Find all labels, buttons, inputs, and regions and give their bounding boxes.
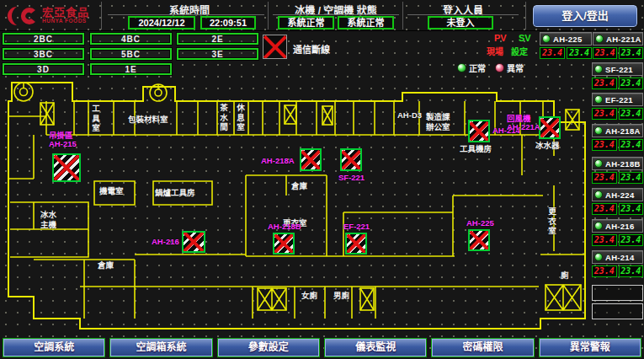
sv-value: 23.4 xyxy=(619,139,644,151)
status-led-icon xyxy=(595,35,604,43)
floorplan-map: 工具室包裝材料室茶水間休息室AH-D3製造課辦公室工具機房冰水器機電室鍋爐工具房… xyxy=(0,76,589,335)
pv-value: 23.4 xyxy=(592,265,617,277)
brand-mark-icon xyxy=(5,3,39,29)
device-label-AH-218A: AH-218A xyxy=(261,157,295,165)
nav-button-密碼權限[interactable]: 密碼權限 xyxy=(431,338,534,357)
unit-button-AH-225[interactable]: AH-225 xyxy=(540,32,592,46)
unit-label: AH-225 xyxy=(553,35,583,44)
status-led-icon xyxy=(594,222,603,230)
zone-button-1E[interactable]: 1E xyxy=(90,63,172,75)
device-commfail-AH-225[interactable] xyxy=(468,229,490,251)
system-clock-value: 22:09:51 xyxy=(200,16,256,29)
sv-value: 23.4 xyxy=(619,47,643,59)
unit-button-AH-216[interactable]: AH-216 xyxy=(592,219,643,233)
login-logout-button[interactable]: 登入/登出 xyxy=(533,5,637,27)
bottom-nav-bar: 空調系統空調箱系統參數設定儀表監視密碼權限異常警報 xyxy=(0,336,644,359)
device-commfail-AH-214[interactable] xyxy=(468,120,490,142)
room-label: 倉庫 xyxy=(98,261,114,270)
pv-value: 23.4 xyxy=(592,78,617,89)
unit-values-AH-225: 23.423.4 xyxy=(540,47,592,59)
unit-label: AH-216 xyxy=(605,222,635,231)
device-label-AH-215: 吊掛區AH-215 xyxy=(49,131,77,149)
pv-name-label: 現場 xyxy=(487,45,503,57)
unit-label: SF-221 xyxy=(605,65,633,74)
unit-button-EF-221[interactable]: EF-221 xyxy=(592,93,643,106)
device-label-SF-221: SF-221 xyxy=(338,174,365,182)
ahu-status-value: 系統正常 xyxy=(338,16,394,29)
abnormal-led-icon xyxy=(495,63,504,72)
normal-led-icon xyxy=(457,63,466,72)
unit-values-SF-221: 23.423.4 xyxy=(592,78,643,89)
room-label: 更衣室 xyxy=(547,207,556,237)
brand-name-en: HUNYA FOODS xyxy=(42,19,89,24)
zone-button-3D[interactable]: 3D xyxy=(3,63,84,75)
pv-value: 23.4 xyxy=(540,47,565,59)
unit-values-AH-218A: 23.423.4 xyxy=(592,139,643,151)
unit-values-AH-221A: 23.423.4 xyxy=(593,47,643,59)
legend-abnormal-label: 異常 xyxy=(507,62,524,74)
zone-button-2E[interactable]: 2E xyxy=(177,33,258,45)
zone-button-5BC[interactable]: 5BC xyxy=(90,48,172,60)
sv-header: SV xyxy=(519,33,531,43)
empty-unit-slot xyxy=(592,303,643,319)
zone-button-3BC[interactable]: 3BC xyxy=(3,48,84,60)
unit-button-AH-218B[interactable]: AH-218B xyxy=(592,157,643,170)
status-led-icon xyxy=(594,65,603,73)
device-label-AH-225: AH-225 xyxy=(466,219,494,228)
zone-button-3E[interactable]: 3E xyxy=(177,48,258,60)
sv-value: 23.4 xyxy=(619,265,644,277)
room-label: 女廁 xyxy=(301,292,317,300)
unit-label: AH-214 xyxy=(605,253,635,262)
unit-button-AH-224[interactable]: AH-224 xyxy=(592,188,643,201)
device-commfail-SF-221[interactable] xyxy=(340,148,362,171)
nav-button-異常警報[interactable]: 異常警報 xyxy=(539,338,641,357)
room-label: 鍋爐工具房 xyxy=(155,189,195,197)
sv-value: 23.4 xyxy=(619,108,644,120)
room-label: 機電室 xyxy=(99,187,124,196)
room-label: 工具機房 xyxy=(460,145,492,153)
sv-value: 23.4 xyxy=(619,172,644,184)
nav-button-參數設定[interactable]: 參數設定 xyxy=(217,338,320,357)
status-led-icon xyxy=(594,159,603,168)
room-label: 冰水器 xyxy=(535,142,560,150)
unit-values-AH-218B: 23.423.4 xyxy=(592,172,643,184)
login-user-value: 未登入 xyxy=(428,16,493,29)
pv-value: 23.4 xyxy=(592,108,617,120)
pv-value: 23.4 xyxy=(592,172,617,184)
zone-button-2BC[interactable]: 2BC xyxy=(3,33,84,45)
device-commfail-AH-215[interactable] xyxy=(52,153,81,182)
device-commfail-AH-216[interactable] xyxy=(182,231,205,253)
floorplan-overlay: 工具室包裝材料室茶水間休息室AH-D3製造課辦公室工具機房冰水器機電室鍋爐工具房… xyxy=(0,76,589,335)
pv-value: 23.4 xyxy=(592,203,617,215)
unit-label: AH-218B xyxy=(605,159,641,169)
room-label: 廁 xyxy=(561,271,569,280)
device-commfail-AH-221A[interactable] xyxy=(539,116,561,139)
chiller-status-value: 系統正常 xyxy=(278,16,334,29)
unit-label: AH-218A xyxy=(605,126,641,136)
room-label: 休息室 xyxy=(236,104,244,133)
unit-button-AH-218A[interactable]: AH-218A xyxy=(592,124,643,137)
unit-button-AH-214[interactable]: AH-214 xyxy=(592,250,643,264)
sv-value: 23.4 xyxy=(567,47,592,59)
nav-button-儀表監視[interactable]: 儀表監視 xyxy=(324,338,427,357)
unit-values-AH-224: 23.423.4 xyxy=(592,203,643,215)
unit-label: AH-221A xyxy=(606,35,641,44)
top-status-bar: 宏亞食品 HUNYA FOODS 系統時間 2024/12/12 22:09:5… xyxy=(0,0,644,31)
unit-button-AH-221A[interactable]: AH-221A xyxy=(593,32,643,46)
device-label-EF-221: EF-221 xyxy=(343,222,370,231)
zone-button-4BC[interactable]: 4BC xyxy=(90,33,172,45)
room-label: 倉庫 xyxy=(291,182,307,190)
status-led-icon xyxy=(594,126,603,135)
unit-button-SF-221[interactable]: SF-221 xyxy=(592,62,643,76)
nav-button-空調箱系統[interactable]: 空調箱系統 xyxy=(109,338,212,357)
nav-button-空調系統[interactable]: 空調系統 xyxy=(3,338,105,357)
room-label: 工具室 xyxy=(91,104,99,134)
room-label: AH-D3 xyxy=(397,111,422,120)
device-commfail-AH-218A[interactable] xyxy=(300,148,322,171)
device-commfail-EF-221[interactable] xyxy=(345,233,367,255)
unit-values-AH-216: 23.423.4 xyxy=(592,234,643,246)
legend-normal: 正常 xyxy=(457,62,486,74)
sv-value: 23.4 xyxy=(619,78,644,89)
status-led-icon xyxy=(594,95,603,104)
device-commfail-AH-218B[interactable] xyxy=(273,233,295,255)
